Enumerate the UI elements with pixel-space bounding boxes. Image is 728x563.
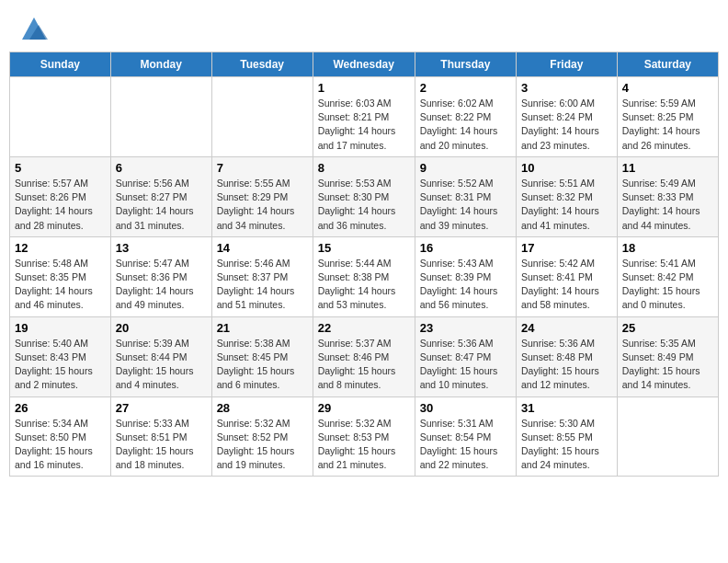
day-number: 28 bbox=[217, 401, 308, 415]
day-info: Sunrise: 5:56 AMSunset: 8:27 PMDaylight:… bbox=[116, 177, 207, 233]
day-number: 8 bbox=[318, 161, 410, 175]
day-info: Sunrise: 5:52 AMSunset: 8:31 PMDaylight:… bbox=[420, 177, 511, 233]
calendar-cell: 23Sunrise: 5:36 AMSunset: 8:47 PMDayligh… bbox=[415, 316, 516, 396]
day-number: 14 bbox=[217, 241, 308, 255]
calendar-cell bbox=[617, 396, 718, 477]
calendar-cell: 14Sunrise: 5:46 AMSunset: 8:37 PMDayligh… bbox=[211, 236, 313, 316]
day-info: Sunrise: 5:48 AMSunset: 8:35 PMDaylight:… bbox=[15, 257, 106, 313]
day-info: Sunrise: 5:59 AMSunset: 8:25 PMDaylight:… bbox=[622, 97, 713, 153]
day-info: Sunrise: 5:47 AMSunset: 8:36 PMDaylight:… bbox=[116, 257, 207, 313]
logo-icon bbox=[20, 14, 48, 41]
calendar-cell: 21Sunrise: 5:38 AMSunset: 8:45 PMDayligh… bbox=[211, 316, 313, 396]
calendar-cell: 19Sunrise: 5:40 AMSunset: 8:43 PMDayligh… bbox=[10, 316, 111, 396]
day-number: 6 bbox=[116, 161, 207, 175]
calendar-cell: 18Sunrise: 5:41 AMSunset: 8:42 PMDayligh… bbox=[617, 236, 718, 316]
calendar-cell: 26Sunrise: 5:34 AMSunset: 8:50 PMDayligh… bbox=[10, 396, 111, 477]
calendar-cell: 27Sunrise: 5:33 AMSunset: 8:51 PMDayligh… bbox=[110, 396, 211, 477]
day-number: 1 bbox=[318, 81, 410, 95]
calendar-cell: 5Sunrise: 5:57 AMSunset: 8:26 PMDaylight… bbox=[10, 156, 111, 236]
col-wednesday: Wednesday bbox=[313, 52, 415, 77]
day-number: 27 bbox=[116, 401, 207, 415]
calendar-cell: 20Sunrise: 5:39 AMSunset: 8:44 PMDayligh… bbox=[110, 316, 211, 396]
day-info: Sunrise: 5:36 AMSunset: 8:47 PMDaylight:… bbox=[420, 337, 511, 393]
day-number: 21 bbox=[217, 321, 308, 335]
day-number: 11 bbox=[622, 161, 713, 175]
calendar-cell: 30Sunrise: 5:31 AMSunset: 8:54 PMDayligh… bbox=[415, 396, 516, 477]
day-info: Sunrise: 5:44 AMSunset: 8:38 PMDaylight:… bbox=[318, 257, 410, 313]
day-info: Sunrise: 6:02 AMSunset: 8:22 PMDaylight:… bbox=[420, 97, 511, 153]
day-number: 31 bbox=[521, 401, 612, 415]
calendar-cell: 12Sunrise: 5:48 AMSunset: 8:35 PMDayligh… bbox=[10, 236, 111, 316]
day-info: Sunrise: 5:35 AMSunset: 8:49 PMDaylight:… bbox=[622, 337, 713, 393]
day-info: Sunrise: 6:00 AMSunset: 8:24 PMDaylight:… bbox=[521, 97, 612, 153]
day-number: 12 bbox=[15, 241, 106, 255]
calendar-cell: 4Sunrise: 5:59 AMSunset: 8:25 PMDaylight… bbox=[617, 77, 718, 157]
day-info: Sunrise: 5:46 AMSunset: 8:37 PMDaylight:… bbox=[217, 257, 308, 313]
day-info: Sunrise: 5:36 AMSunset: 8:48 PMDaylight:… bbox=[521, 337, 612, 393]
calendar-cell bbox=[110, 77, 211, 157]
calendar-week-row: 26Sunrise: 5:34 AMSunset: 8:50 PMDayligh… bbox=[10, 396, 719, 477]
day-number: 10 bbox=[521, 161, 612, 175]
day-info: Sunrise: 5:53 AMSunset: 8:30 PMDaylight:… bbox=[318, 177, 410, 233]
day-number: 22 bbox=[318, 321, 410, 335]
day-number: 9 bbox=[420, 161, 511, 175]
day-number: 2 bbox=[420, 81, 511, 95]
calendar-cell: 9Sunrise: 5:52 AMSunset: 8:31 PMDaylight… bbox=[415, 156, 516, 236]
day-info: Sunrise: 5:41 AMSunset: 8:42 PMDaylight:… bbox=[622, 257, 713, 313]
calendar-cell: 13Sunrise: 5:47 AMSunset: 8:36 PMDayligh… bbox=[110, 236, 211, 316]
calendar-cell: 8Sunrise: 5:53 AMSunset: 8:30 PMDaylight… bbox=[313, 156, 415, 236]
day-info: Sunrise: 5:30 AMSunset: 8:55 PMDaylight:… bbox=[521, 417, 612, 473]
calendar-cell bbox=[211, 77, 313, 157]
col-tuesday: Tuesday bbox=[211, 52, 313, 77]
day-info: Sunrise: 5:32 AMSunset: 8:53 PMDaylight:… bbox=[318, 417, 410, 473]
day-info: Sunrise: 5:34 AMSunset: 8:50 PMDaylight:… bbox=[15, 417, 106, 473]
day-number: 26 bbox=[15, 401, 106, 415]
day-info: Sunrise: 5:40 AMSunset: 8:43 PMDaylight:… bbox=[15, 337, 106, 393]
day-number: 19 bbox=[15, 321, 106, 335]
calendar-cell: 15Sunrise: 5:44 AMSunset: 8:38 PMDayligh… bbox=[313, 236, 415, 316]
day-info: Sunrise: 6:03 AMSunset: 8:21 PMDaylight:… bbox=[318, 97, 410, 153]
day-info: Sunrise: 5:37 AMSunset: 8:46 PMDaylight:… bbox=[318, 337, 410, 393]
calendar-cell: 3Sunrise: 6:00 AMSunset: 8:24 PMDaylight… bbox=[517, 77, 618, 157]
calendar-cell: 29Sunrise: 5:32 AMSunset: 8:53 PMDayligh… bbox=[313, 396, 415, 477]
calendar-cell: 2Sunrise: 6:02 AMSunset: 8:22 PMDaylight… bbox=[415, 77, 516, 157]
calendar-week-row: 1Sunrise: 6:03 AMSunset: 8:21 PMDaylight… bbox=[10, 77, 719, 157]
calendar-cell: 22Sunrise: 5:37 AMSunset: 8:46 PMDayligh… bbox=[313, 316, 415, 396]
calendar-cell: 6Sunrise: 5:56 AMSunset: 8:27 PMDaylight… bbox=[110, 156, 211, 236]
day-info: Sunrise: 5:42 AMSunset: 8:41 PMDaylight:… bbox=[521, 257, 612, 313]
day-number: 23 bbox=[420, 321, 511, 335]
calendar-week-row: 19Sunrise: 5:40 AMSunset: 8:43 PMDayligh… bbox=[10, 316, 719, 396]
calendar-week-row: 12Sunrise: 5:48 AMSunset: 8:35 PMDayligh… bbox=[10, 236, 719, 316]
col-sunday: Sunday bbox=[10, 52, 111, 77]
calendar-cell: 11Sunrise: 5:49 AMSunset: 8:33 PMDayligh… bbox=[617, 156, 718, 236]
col-saturday: Saturday bbox=[617, 52, 718, 77]
calendar-week-row: 5Sunrise: 5:57 AMSunset: 8:26 PMDaylight… bbox=[10, 156, 719, 236]
day-info: Sunrise: 5:55 AMSunset: 8:29 PMDaylight:… bbox=[217, 177, 308, 233]
day-number: 3 bbox=[521, 81, 612, 95]
day-number: 25 bbox=[622, 321, 713, 335]
col-thursday: Thursday bbox=[415, 52, 516, 77]
logo bbox=[18, 14, 48, 38]
day-info: Sunrise: 5:32 AMSunset: 8:52 PMDaylight:… bbox=[217, 417, 308, 473]
day-info: Sunrise: 5:43 AMSunset: 8:39 PMDaylight:… bbox=[420, 257, 511, 313]
day-info: Sunrise: 5:51 AMSunset: 8:32 PMDaylight:… bbox=[521, 177, 612, 233]
calendar-header-row: Sunday Monday Tuesday Wednesday Thursday… bbox=[10, 52, 719, 77]
calendar-cell: 16Sunrise: 5:43 AMSunset: 8:39 PMDayligh… bbox=[415, 236, 516, 316]
calendar-cell: 7Sunrise: 5:55 AMSunset: 8:29 PMDaylight… bbox=[211, 156, 313, 236]
day-info: Sunrise: 5:39 AMSunset: 8:44 PMDaylight:… bbox=[116, 337, 207, 393]
calendar-cell: 10Sunrise: 5:51 AMSunset: 8:32 PMDayligh… bbox=[517, 156, 618, 236]
col-monday: Monday bbox=[110, 52, 211, 77]
day-number: 15 bbox=[318, 241, 410, 255]
day-info: Sunrise: 5:31 AMSunset: 8:54 PMDaylight:… bbox=[420, 417, 511, 473]
day-number: 17 bbox=[521, 241, 612, 255]
day-info: Sunrise: 5:33 AMSunset: 8:51 PMDaylight:… bbox=[116, 417, 207, 473]
day-info: Sunrise: 5:38 AMSunset: 8:45 PMDaylight:… bbox=[217, 337, 308, 393]
day-number: 5 bbox=[15, 161, 106, 175]
day-number: 4 bbox=[622, 81, 713, 95]
col-friday: Friday bbox=[517, 52, 618, 77]
calendar-cell bbox=[10, 77, 111, 157]
calendar-cell: 25Sunrise: 5:35 AMSunset: 8:49 PMDayligh… bbox=[617, 316, 718, 396]
day-number: 20 bbox=[116, 321, 207, 335]
day-number: 29 bbox=[318, 401, 410, 415]
day-number: 30 bbox=[420, 401, 511, 415]
